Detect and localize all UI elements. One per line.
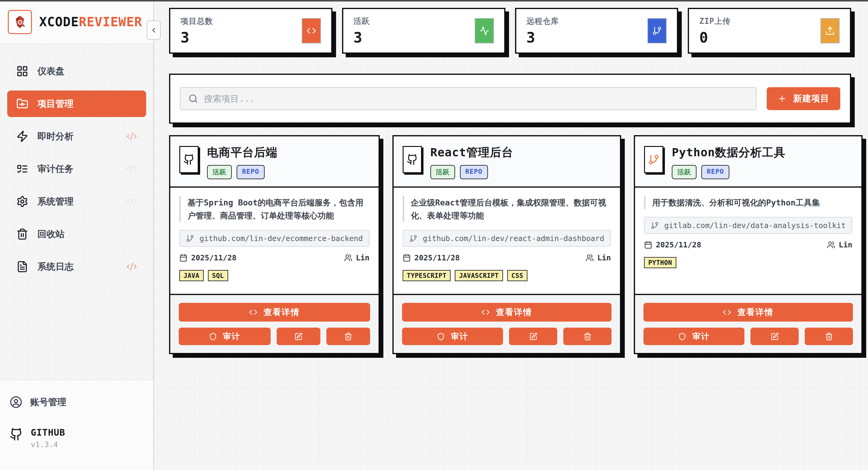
- sidebar-footer: 账号管理 GITHUB v1.3.4: [0, 380, 153, 470]
- nav-icon: [16, 196, 28, 208]
- delete-button[interactable]: [327, 328, 370, 345]
- project-card-body: 企业级React管理后台模板，集成权限管理、数据可视化、表单处理等功能 gith…: [394, 188, 620, 294]
- language-tag: JAVA: [179, 270, 204, 281]
- nav-item-label: 系统管理: [37, 196, 73, 208]
- view-details-button[interactable]: 查看详情: [179, 303, 370, 322]
- view-details-button[interactable]: 查看详情: [402, 303, 612, 322]
- language-tag: PYTHON: [644, 257, 676, 268]
- project-tags: PYTHON: [644, 257, 852, 268]
- view-details-button[interactable]: 查看详情: [644, 303, 853, 322]
- stat-card: 远程仓库 3: [515, 8, 678, 54]
- edit-pen-icon: [294, 332, 303, 341]
- sidebar-item-analysis[interactable]: 即时分析: [7, 123, 146, 150]
- project-card-body: 基于Spring Boot的电商平台后端服务，包含用户管理、商品管理、订单处理等…: [170, 188, 378, 294]
- trash-icon: [825, 332, 833, 341]
- delete-button[interactable]: [805, 328, 853, 345]
- audit-button[interactable]: 审计: [402, 328, 503, 345]
- github-icon: [10, 428, 23, 441]
- new-project-label: 新建项目: [793, 93, 830, 105]
- project-title: React管理后台: [430, 145, 513, 160]
- calendar-icon: [403, 254, 411, 262]
- language-tag: TYPESCRIPT: [403, 270, 451, 281]
- users-icon: [586, 254, 594, 262]
- project-meta: 2025/11/28 Lin: [644, 240, 852, 249]
- status-badge: REPO: [460, 165, 488, 179]
- code-watermark-icon: [126, 196, 137, 207]
- project-card-footer: 查看详情 审计: [635, 294, 861, 353]
- project-badges: 活跃REPO: [430, 165, 513, 179]
- sidebar-item-system[interactable]: 系统管理: [7, 188, 146, 215]
- audit-button[interactable]: 审计: [179, 328, 271, 345]
- delete-button[interactable]: [563, 328, 612, 345]
- nav-icon: [16, 65, 28, 77]
- project-tags: JAVASQL: [179, 270, 370, 281]
- edit-button[interactable]: [277, 328, 320, 345]
- project-card-header: 电商平台后端 活跃REPO: [170, 136, 378, 188]
- code-watermark-icon: [126, 261, 137, 272]
- git-branch-icon: [652, 26, 662, 36]
- shield-icon: [678, 332, 686, 341]
- stat-value: 3: [527, 29, 559, 46]
- stat-icon-tile: [820, 18, 840, 43]
- project-meta: 2025/11/28 Lin: [179, 254, 370, 262]
- git-branch-icon: [186, 234, 194, 242]
- stat-card: 活跃 3: [342, 8, 505, 54]
- sidebar-item-dashboard[interactable]: 仪表盘: [7, 58, 146, 85]
- project-card-footer: 查看详情 审计: [170, 294, 378, 353]
- project-card-header: React管理后台 活跃REPO: [394, 136, 620, 188]
- nav-icon: [16, 228, 28, 240]
- language-tag: CSS: [507, 270, 527, 281]
- stat-label: 活跃: [353, 16, 370, 27]
- project-card-header: Python数据分析工具 活跃REPO: [635, 136, 861, 188]
- github-icon: [183, 154, 195, 165]
- plus-icon: [778, 94, 786, 103]
- sidebar-item-logs[interactable]: 系统日志: [7, 254, 146, 280]
- code-watermark-icon: [126, 164, 137, 174]
- project-tags: TYPESCRIPTJAVASCRIPTCSS: [403, 270, 611, 281]
- repo-source-icon-box: [644, 146, 663, 173]
- search-input[interactable]: [204, 93, 748, 104]
- chevron-left-icon: [150, 26, 158, 34]
- status-badge: 活跃: [207, 165, 232, 179]
- sidebar-item-recycle[interactable]: 回收站: [7, 221, 146, 247]
- project-date: 2025/11/28: [179, 254, 237, 262]
- nav-item-label: 项目管理: [37, 98, 73, 110]
- nav-item-label: 仪表盘: [37, 65, 64, 78]
- stat-icon-tile: [475, 18, 494, 43]
- upload-icon: [825, 26, 835, 36]
- new-project-button[interactable]: 新建项目: [767, 87, 840, 110]
- nav-item-label: 即时分析: [37, 130, 73, 143]
- users-icon: [827, 241, 835, 249]
- project-meta: 2025/11/28 Lin: [403, 254, 611, 262]
- audit-button[interactable]: 审计: [644, 328, 745, 345]
- stat-card: 项目总数 3: [169, 8, 333, 54]
- nav-item-label: 系统日志: [37, 261, 73, 273]
- status-badge: 活跃: [672, 165, 696, 179]
- edit-button[interactable]: [750, 328, 799, 345]
- project-description: 基于Spring Boot的电商平台后端服务，包含用户管理、商品管理、订单处理等…: [179, 196, 370, 222]
- window-top-edge: [0, 0, 868, 1]
- sidebar-item-projects[interactable]: 项目管理: [7, 90, 146, 117]
- nav-icon: [16, 130, 28, 142]
- project-description: 用于数据清洗、分析和可视化的Python工具集: [644, 196, 852, 209]
- git-branch-icon: [648, 154, 659, 165]
- project-badges: 活跃REPO: [672, 165, 785, 179]
- sidebar-item-account[interactable]: 账号管理: [10, 396, 144, 408]
- code-icon: [307, 26, 316, 36]
- repo-source-icon-box: [403, 146, 422, 173]
- edit-button[interactable]: [509, 328, 557, 345]
- project-date: 2025/11/28: [644, 240, 701, 249]
- project-action-row: 审计: [644, 328, 853, 345]
- stat-label: ZIP上传: [699, 16, 731, 27]
- search-box: [180, 87, 756, 110]
- calendar-icon: [644, 241, 652, 249]
- github-version-block: GITHUB v1.3.4: [10, 427, 144, 449]
- sidebar-item-audit[interactable]: 审计任务: [7, 156, 146, 182]
- project-card-body: 用于数据清洗、分析和可视化的Python工具集 gitlab.com/lin-d…: [635, 188, 861, 294]
- trash-icon: [344, 332, 352, 341]
- stat-card: ZIP上传 0: [688, 8, 851, 54]
- repo-url: gitlab.com/lin-dev/data-analysis-toolkit: [664, 221, 846, 230]
- project-owner: Lin: [586, 254, 611, 262]
- sidebar-collapse-button[interactable]: [147, 21, 161, 40]
- status-badge: 活跃: [430, 165, 455, 179]
